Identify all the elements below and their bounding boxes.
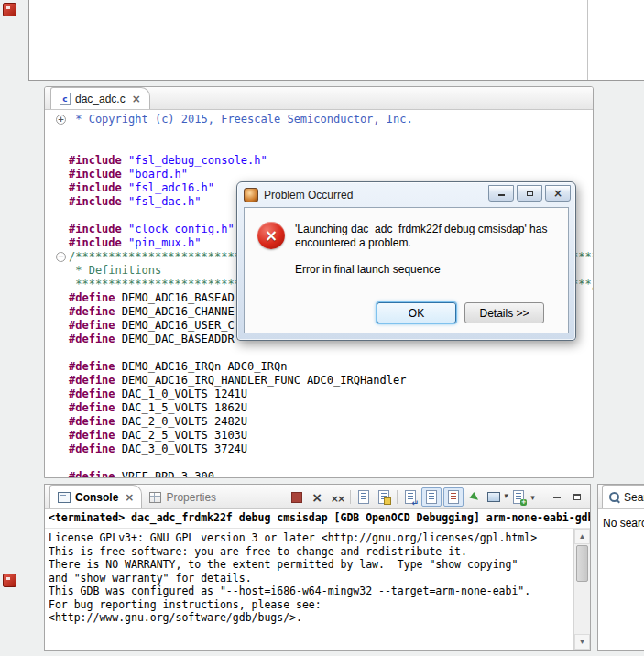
code-line: #define DAC_2_0_VOLTS 2482U xyxy=(45,415,593,429)
minimize-icon xyxy=(498,194,505,196)
fold-gutter xyxy=(45,374,69,388)
code-line xyxy=(45,126,593,140)
pin-console-icon[interactable] xyxy=(465,488,484,506)
scroll-up-icon[interactable] xyxy=(574,529,590,544)
console-scrollbar[interactable] xyxy=(573,529,590,650)
scroll-lock-icon[interactable] xyxy=(375,488,393,506)
remove-all-terminated-icon[interactable] xyxy=(328,488,346,506)
code-line: #define DAC_1_5_VOLTS 1862U xyxy=(45,401,593,415)
fold-gutter xyxy=(45,429,69,443)
scrollbar-track[interactable] xyxy=(574,583,590,634)
red-view-icon[interactable] xyxy=(3,574,16,587)
fold-gutter: − xyxy=(45,250,69,264)
fold-plus-icon[interactable]: + xyxy=(56,115,66,125)
fold-gutter xyxy=(45,126,69,140)
dialog-title: Problem Occurred xyxy=(264,189,353,202)
toolbar-separator xyxy=(348,488,353,506)
terminate-icon[interactable] xyxy=(288,488,306,506)
clear-console-icon[interactable] xyxy=(355,488,373,506)
console-tab-label: Console xyxy=(75,491,118,504)
console-icon xyxy=(58,492,71,503)
maximize-view-icon[interactable] xyxy=(568,488,586,506)
fold-gutter xyxy=(45,305,69,319)
toolbar-separator xyxy=(395,488,399,506)
scrollbar-thumb[interactable] xyxy=(576,545,588,582)
details-button[interactable]: Details >> xyxy=(464,302,544,323)
top-editor-placeholder xyxy=(28,0,644,81)
code-line xyxy=(45,456,593,470)
properties-tab-label: Properties xyxy=(166,491,216,504)
fold-gutter xyxy=(45,236,69,250)
error-icon xyxy=(257,222,285,249)
show-stderr-toggle-icon[interactable] xyxy=(443,487,464,507)
fold-gutter xyxy=(45,415,69,429)
fold-gutter xyxy=(45,333,69,346)
fold-gutter xyxy=(45,470,69,477)
fold-gutter xyxy=(45,346,69,360)
tab-properties[interactable]: Properties xyxy=(142,486,224,508)
console-output-line: License GPLv3+: GNU GPL version 3 or lat… xyxy=(49,531,572,545)
open-console-dropdown[interactable] xyxy=(511,488,537,506)
dialog-message-line2: encountered a problem. xyxy=(295,236,557,250)
fold-gutter xyxy=(45,223,69,236)
code-line: #define DAC_2_5_VOLTS 3103U xyxy=(45,429,593,443)
close-console-tab-icon[interactable] xyxy=(125,491,134,504)
dialog-buttons: OK Details >> xyxy=(377,302,544,323)
fold-gutter xyxy=(45,278,69,291)
dialog-titlebar[interactable]: Problem Occurred xyxy=(237,182,575,207)
properties-icon xyxy=(149,492,161,503)
close-tab-icon[interactable] xyxy=(132,93,141,105)
fold-gutter xyxy=(45,154,69,168)
tab-console[interactable]: Console xyxy=(49,485,142,508)
tab-search[interactable]: Search xyxy=(602,485,644,508)
code-line: #include "fsl_debug_console.h" xyxy=(45,154,593,168)
code-line: #define VREF_BRD 3.300 xyxy=(45,470,593,477)
fold-gutter xyxy=(45,195,69,209)
code-line: + * Copyright (c) 2015, Freescale Semico… xyxy=(45,113,593,126)
dialog-minimize-button[interactable] xyxy=(488,185,514,202)
search-icon xyxy=(609,492,620,503)
red-view-icon[interactable] xyxy=(3,3,16,16)
c-file-icon xyxy=(60,93,71,105)
tab-dac-adc-c[interactable]: dac_adc.c xyxy=(50,87,150,109)
console-output-area: License GPLv3+: GNU GPL version 3 or lat… xyxy=(45,528,590,650)
console-view: Console Properties <terminated> dac_adc_… xyxy=(44,484,591,651)
fold-gutter xyxy=(45,140,69,154)
remove-launch-icon[interactable] xyxy=(308,488,326,506)
fold-gutter xyxy=(45,443,69,456)
console-output-line: This is free software: you are free to c… xyxy=(49,545,572,559)
code-line xyxy=(45,140,593,154)
fold-gutter xyxy=(45,456,69,470)
fold-gutter xyxy=(45,319,69,333)
dialog-close-button[interactable] xyxy=(545,185,571,202)
console-output[interactable]: License GPLv3+: GNU GPL version 3 or lat… xyxy=(45,529,573,650)
display-selected-console-dropdown[interactable] xyxy=(486,488,509,506)
fold-minus-icon[interactable]: − xyxy=(56,252,66,262)
console-output-line: This GDB was configured as "--host=i686-… xyxy=(49,585,572,598)
search-tab-label: Search xyxy=(624,491,644,504)
dialog-message: 'Launching dac_adc_frdmk22f debug cmsisd… xyxy=(295,223,557,277)
code-line: #define DAC_1_0_VOLTS 1241U xyxy=(45,388,593,401)
console-process-label: <terminated> dac_adc_frdmk22f debug cmsi… xyxy=(45,509,590,528)
code-line: #include "board.h" xyxy=(45,168,593,181)
ok-button[interactable]: OK xyxy=(377,302,456,323)
search-tabbar: Search xyxy=(598,485,644,509)
dialog-detail-message: Error in final launch sequence xyxy=(295,263,557,277)
fold-gutter: + xyxy=(45,113,69,126)
dialog-app-icon xyxy=(244,188,258,202)
console-tabbar: Console Properties xyxy=(45,485,590,509)
maximize-icon xyxy=(527,191,533,196)
fold-gutter xyxy=(45,181,69,195)
problem-occurred-dialog: Problem Occurred 'Launching dac_adc_frdm… xyxy=(236,181,576,341)
show-stdout-toggle-icon[interactable] xyxy=(421,487,442,507)
fold-gutter xyxy=(45,168,69,181)
fold-gutter xyxy=(45,360,69,374)
editor-tab-label: dac_adc.c xyxy=(75,93,126,105)
scroll-down-icon[interactable] xyxy=(574,634,590,650)
word-wrap-icon[interactable] xyxy=(401,488,420,506)
dialog-maximize-button[interactable] xyxy=(517,185,542,202)
dialog-message-line1: 'Launching dac_adc_frdmk22f debug cmsisd… xyxy=(295,223,557,236)
close-icon xyxy=(553,188,562,199)
console-output-line: For bug reporting instructions, please s… xyxy=(49,598,572,612)
minimize-view-icon[interactable] xyxy=(548,488,566,506)
